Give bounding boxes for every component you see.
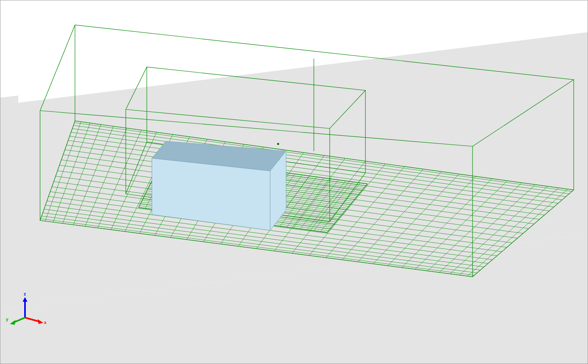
solid-block xyxy=(152,141,286,230)
axis-x-label: x xyxy=(44,320,47,325)
axis-z-label: z xyxy=(24,291,26,296)
viewport-3d[interactable]: z x y xyxy=(0,0,588,364)
origin-marker xyxy=(277,143,279,145)
axis-y-label: y xyxy=(6,317,9,322)
scene-canvas[interactable]: z x y xyxy=(0,0,588,364)
